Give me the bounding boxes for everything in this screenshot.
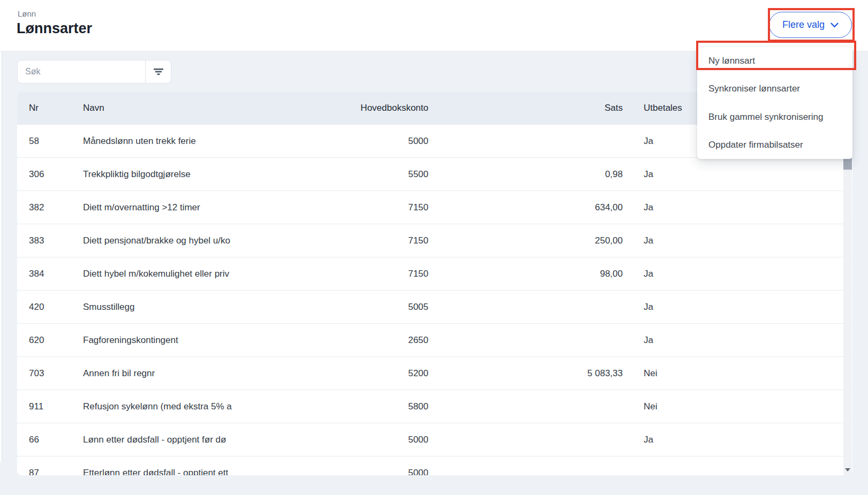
cell-navn: Diett hybel m/kokemulighet eller priv [83, 257, 256, 290]
cell-utbetales [644, 456, 719, 475]
cell-hovedbokskonto: 7150 [306, 224, 428, 257]
cell-utbetales: Ja [644, 191, 719, 224]
cell-sats [499, 456, 623, 475]
table-row[interactable]: 703 Annen fri bil regnr 5200 5 083,33 Ne… [17, 356, 852, 390]
cell-utbetales: Ja [644, 291, 719, 323]
table-row[interactable]: 382 Diett m/overnatting >12 timer 7150 6… [17, 191, 852, 224]
more-options-button-label: Flere valg [782, 19, 825, 31]
cell-navn: Diett m/overnatting >12 timer [83, 191, 256, 224]
cell-navn: Fagforeningskontingent [83, 324, 256, 356]
cell-hovedbokskonto: 7150 [306, 257, 428, 290]
cell-sats: 0,98 [499, 158, 623, 191]
cell-sats: 250,00 [499, 224, 623, 257]
cell-nr: 620 [29, 324, 77, 356]
menu-item-bruk-gammel-synkronisering[interactable]: Bruk gammel synkronisering [697, 103, 852, 131]
cell-navn: Diett pensjonat/brakke og hybel u/ko [83, 224, 256, 257]
cell-sats [499, 291, 623, 323]
cell-utbetales: Ja [644, 224, 719, 257]
menu-item-oppdater-firmabilsatser[interactable]: Oppdater firmabilsatser [697, 131, 852, 159]
cell-nr: 87 [29, 456, 77, 475]
cell-nr: 66 [29, 423, 77, 456]
cell-utbetales: Ja [644, 158, 719, 191]
cell-navn: Lønn etter dødsfall - opptjent før dø [83, 423, 256, 456]
cell-hovedbokskonto: 5800 [306, 390, 428, 423]
cell-navn: Trekkpliktig bilgodtgjørelse [83, 158, 256, 191]
cell-nr: 58 [29, 125, 77, 157]
page-header: Lønn Lønnsarter Flere valg [0, 0, 868, 51]
cell-nr: 911 [29, 390, 77, 423]
cell-utbetales: Ja [644, 423, 719, 456]
table-row[interactable]: 306 Trekkpliktig bilgodtgjørelse 5500 0,… [17, 157, 852, 191]
more-options-button[interactable]: Flere valg [769, 12, 852, 38]
cell-nr: 382 [29, 191, 77, 224]
cell-utbetales: Ja [644, 257, 719, 290]
cell-hovedbokskonto: 5500 [306, 158, 428, 191]
table-row-partial[interactable]: 87 Etterlønn etter dødsfall - opptjent e… [17, 456, 852, 475]
table-row[interactable]: 620 Fagforeningskontingent 2650 Ja [17, 323, 852, 356]
search-control [17, 60, 171, 83]
cell-utbetales: Nei [644, 357, 719, 390]
scrollbar-down-arrow-icon[interactable] [845, 468, 850, 471]
vertical-scrollbar[interactable] [843, 124, 852, 475]
column-header-navn[interactable]: Navn [83, 92, 256, 124]
sidebar-edge [0, 0, 2, 462]
cell-utbetales: Nei [644, 390, 719, 423]
cell-hovedbokskonto: 2650 [306, 324, 428, 356]
cell-hovedbokskonto: 5000 [306, 125, 428, 157]
cell-hovedbokskonto: 5200 [306, 357, 428, 390]
cell-sats: 634,00 [499, 191, 623, 224]
more-options-menu: Ny lønnsart Synkroniser lønnsarter Bruk … [697, 47, 852, 159]
breadcrumb: Lønn [18, 9, 36, 18]
cell-nr: 306 [29, 158, 77, 191]
table-row[interactable]: 384 Diett hybel m/kokemulighet eller pri… [17, 257, 852, 290]
search-input[interactable] [18, 60, 145, 83]
column-header-sats[interactable]: Sats [499, 92, 623, 124]
page-title: Lønnsarter [17, 20, 92, 37]
cell-hovedbokskonto: 5000 [306, 456, 428, 475]
cell-nr: 703 [29, 357, 77, 390]
table-row[interactable]: 383 Diett pensjonat/brakke og hybel u/ko… [17, 224, 852, 257]
cell-hovedbokskonto: 5000 [306, 423, 428, 456]
table-row[interactable]: 66 Lønn etter dødsfall - opptjent før dø… [17, 423, 852, 456]
cell-sats [499, 390, 623, 423]
menu-item-ny-lonnsart[interactable]: Ny lønnsart [697, 47, 852, 75]
cell-hovedbokskonto: 5005 [306, 291, 428, 323]
cell-sats [499, 324, 623, 356]
column-header-nr[interactable]: Nr [29, 92, 77, 124]
table-row[interactable]: 911 Refusjon sykelønn (med ekstra 5% a 5… [17, 390, 852, 423]
column-header-hovedbokskonto[interactable]: Hovedbokskonto [306, 92, 428, 124]
filter-button[interactable] [145, 60, 171, 83]
cell-navn: Refusjon sykelønn (med ekstra 5% a [83, 390, 256, 423]
chevron-down-icon [831, 22, 839, 28]
cell-navn: Månedslønn uten trekk ferie [83, 125, 256, 157]
cell-sats [499, 125, 623, 157]
filter-lines-icon [153, 68, 164, 75]
cell-nr: 384 [29, 257, 77, 290]
cell-hovedbokskonto: 7150 [306, 191, 428, 224]
cell-navn: Smusstillegg [83, 291, 256, 323]
table-row[interactable]: 420 Smusstillegg 5005 Ja [17, 290, 852, 323]
screen: Lønn Lønnsarter Flere valg Nr Navn [0, 0, 868, 495]
cell-sats: 98,00 [499, 257, 623, 290]
cell-nr: 420 [29, 291, 77, 323]
cell-navn: Etterlønn etter dødsfall - opptjent ett [83, 456, 256, 475]
menu-item-synkroniser-lonnsarter[interactable]: Synkroniser lønnsarter [697, 75, 852, 103]
cell-utbetales: Ja [644, 324, 719, 356]
cell-navn: Annen fri bil regnr [83, 357, 256, 390]
cell-sats [499, 423, 623, 456]
cell-nr: 383 [29, 224, 77, 257]
cell-sats: 5 083,33 [499, 357, 623, 390]
